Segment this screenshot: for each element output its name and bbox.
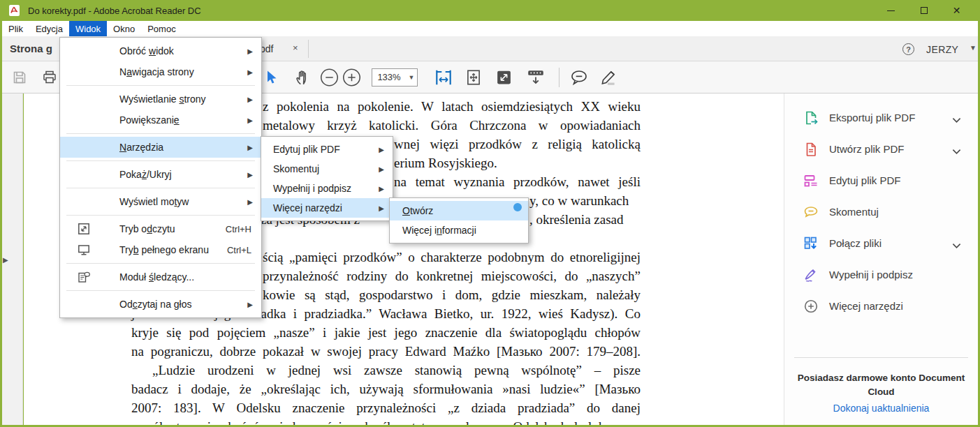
minimize-icon xyxy=(887,10,895,11)
menu-separator xyxy=(66,188,255,188)
document-line: kryje się pod pojęciem „nasze” i jakie j… xyxy=(131,323,641,342)
minimize-button[interactable] xyxy=(875,0,907,21)
more-submenu-item-więcej-informacji[interactable]: Więcej informacji xyxy=(390,220,528,240)
document-line: erium Rosyjskiego. xyxy=(394,153,497,172)
zoom-in-button[interactable] xyxy=(342,68,361,87)
more-tools-icon xyxy=(803,298,819,315)
tab-close-icon[interactable]: × xyxy=(293,43,298,53)
sidebar-divider xyxy=(794,357,968,358)
chevron-down-icon[interactable] xyxy=(952,239,961,246)
menu-plik[interactable]: Plik xyxy=(2,21,29,36)
chevron-down-icon[interactable] xyxy=(952,145,961,151)
view-menu-item-wyświetl-motyw[interactable]: Wyświetl motyw▶ xyxy=(60,191,261,212)
nav-pane-toggle-icon[interactable]: ▶ xyxy=(3,253,14,266)
menu-item-label: Więcej narzędzi xyxy=(273,202,342,214)
sidebar-tool-utwórz-plik-pdf[interactable]: Utwórz plik PDF xyxy=(784,133,978,165)
document-line: , określenia zasad xyxy=(529,210,624,229)
view-menu-item-narzędzia[interactable]: Narzędzia▶ xyxy=(60,137,261,158)
view-menu-item-pokaż-ukryj[interactable]: Pokaż/Ukryj▶ xyxy=(60,164,261,185)
fit-width-button[interactable] xyxy=(434,68,453,87)
save-button[interactable] xyxy=(11,69,28,86)
title-bar: Do korekty.pdf - Adobe Acrobat Reader DC… xyxy=(0,0,980,21)
tools-submenu-item-więcej-narzędzi[interactable]: Więcej narzędzi▶ xyxy=(261,198,393,218)
submenu-arrow-icon: ▶ xyxy=(247,47,253,55)
menu-item-label: Nawigacja strony xyxy=(119,66,194,77)
chevron-down-icon[interactable] xyxy=(952,114,961,120)
select-tool-button[interactable] xyxy=(263,69,279,86)
more-submenu-item-otwórz[interactable]: Otwórz xyxy=(390,201,528,220)
sidebar-tool-label: Połącz pliki xyxy=(829,237,882,249)
document-line: na temat wyznania przodków, nawet jeśli xyxy=(394,172,641,191)
help-icon[interactable]: ? xyxy=(902,43,914,55)
window-controls: ✕ xyxy=(875,0,973,21)
sidebar-tool-eksportuj-plik-pdf[interactable]: Eksportuj plik PDF xyxy=(784,102,978,133)
highlight-tool-button[interactable] xyxy=(599,68,618,87)
submenu-arrow-icon: ▶ xyxy=(247,301,253,308)
view-menu-item-moduł-śledzący[interactable]: Moduł śledzący... xyxy=(60,267,261,287)
fullscreen-view-button[interactable] xyxy=(495,68,513,86)
submenu-arrow-icon: ▶ xyxy=(247,198,253,206)
menu-item-label: Otwórz xyxy=(402,205,433,216)
document-line: y, co w warunkach xyxy=(529,191,629,210)
header-tools-button[interactable] xyxy=(526,68,546,87)
sidebar-tool-wypełnij-i-podpisz[interactable]: Wypełnij i podpisz xyxy=(784,259,978,290)
view-menu-item-powiększanie[interactable]: Powiększanie▶ xyxy=(60,110,261,130)
document-line: wspólnoty mieszkańców jednocześnie okreś… xyxy=(131,417,641,425)
view-menu-item-tryb-odczytu[interactable]: Tryb odczytuCtrl+H xyxy=(60,218,261,239)
tab-home[interactable]: Strona g xyxy=(10,43,52,54)
acrobat-app-icon xyxy=(8,4,22,17)
sidebar-tool-skomentuj[interactable]: Skomentuj xyxy=(784,196,978,227)
sidebar-tool-edytuj-plik-pdf[interactable]: Edytuj plik PDF xyxy=(784,165,978,196)
document-line: wnej więzi przodków z religią katolicką xyxy=(394,135,641,153)
menu-item-label: Edytuj plik PDF xyxy=(273,144,340,155)
upgrade-link[interactable]: Dokonaj uaktualnienia xyxy=(784,403,978,414)
tools-submenu-item-skomentuj[interactable]: Skomentuj▶ xyxy=(261,159,393,179)
menu-item-label: Odczytaj na głos xyxy=(119,299,192,310)
print-button[interactable] xyxy=(41,69,58,86)
account-menu[interactable]: JERZY xyxy=(926,44,958,55)
zoom-level-combo[interactable]: 133% ▼ xyxy=(372,68,418,87)
view-menu-item-nawigacja-strony[interactable]: Nawigacja strony▶ xyxy=(60,61,261,82)
menu-pomoc[interactable]: Pomoc xyxy=(141,21,182,36)
menu-widok[interactable]: Widok xyxy=(69,21,107,36)
tools-submenu-item-edytuj-plik-pdf[interactable]: Edytuj plik PDF▶ xyxy=(261,140,393,159)
sidebar-tool-label: Więcej narzędzi xyxy=(829,300,903,312)
sidebar-tool-połącz-pliki[interactable]: Połącz pliki xyxy=(784,227,978,259)
submenu-arrow-icon: ▶ xyxy=(247,117,253,124)
maximize-button[interactable] xyxy=(907,0,940,21)
tools-submenu-item-wypełnij-i-podpisz[interactable]: Wypełnij i podpisz▶ xyxy=(261,179,393,198)
menu-okno[interactable]: Okno xyxy=(107,21,141,36)
account-note: Posiadasz darmowe konto Document Cloud xyxy=(793,371,970,400)
menu-item-label: Tryb odczytu xyxy=(119,223,175,234)
document-line: ścią „pamięci przodków” o charakterze po… xyxy=(263,248,641,267)
zoom-out-button[interactable] xyxy=(320,68,339,87)
fit-page-button[interactable] xyxy=(465,68,483,87)
tab-separator xyxy=(308,40,309,58)
create-pdf-icon xyxy=(803,141,819,158)
view-menu: Obróć widok▶Nawigacja strony▶Wyświetlani… xyxy=(59,37,262,318)
combine-files-icon xyxy=(803,235,819,252)
menu-separator xyxy=(66,133,255,134)
view-menu-item-wyświetlanie-strony[interactable]: Wyświetlanie strony▶ xyxy=(60,89,261,110)
view-menu-item-tryb-pełnego-ekranu[interactable]: Tryb pełnego ekranuCtrl+L xyxy=(60,239,261,260)
menu-separator xyxy=(66,263,255,264)
menu-item-label: Pokaż/Ukryj xyxy=(119,169,172,180)
fullscreen-icon xyxy=(77,243,91,257)
menu-item-label: Wypełnij i podpisz xyxy=(273,183,351,194)
submenu-arrow-icon: ▶ xyxy=(379,185,384,193)
menu-item-label: Obróć widok xyxy=(119,45,174,57)
document-line: na pograniczu, dobrze pokazał w swojej p… xyxy=(131,342,641,361)
comment-tool-button[interactable] xyxy=(569,68,589,87)
view-menu-item-odczytaj-na-głos[interactable]: Odczytaj na głos▶ xyxy=(60,294,261,315)
menu-edycja[interactable]: Edycja xyxy=(29,21,69,36)
view-menu-item-obróć-widok[interactable]: Obróć widok▶ xyxy=(60,40,261,61)
menu-item-label: Tryb pełnego ekranu xyxy=(119,244,209,255)
menu-item-label: Więcej informacji xyxy=(402,225,476,236)
close-button[interactable]: ✕ xyxy=(940,0,973,21)
submenu-arrow-icon: ▶ xyxy=(247,144,253,151)
sidebar-tool-więcej-narzędzi[interactable]: Więcej narzędzi xyxy=(784,290,978,322)
tracker-icon xyxy=(77,270,91,284)
hand-tool-button[interactable] xyxy=(293,68,312,87)
document-line: kowie są stąd, gospodarstwo i dom, gdzie… xyxy=(263,285,641,304)
submenu-arrow-icon: ▶ xyxy=(379,204,384,212)
